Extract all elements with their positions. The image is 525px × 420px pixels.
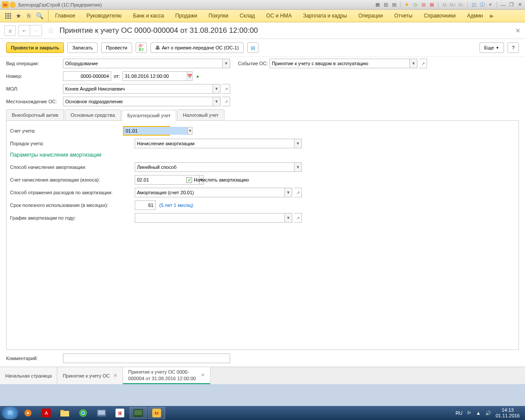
mol-field[interactable]: ▼ ↗: [63, 84, 230, 94]
calc-icon[interactable]: ▦: [420, 1, 427, 8]
attachment-button[interactable]: ▤: [247, 42, 259, 53]
menu-scroll-right-icon[interactable]: ▶: [489, 13, 495, 19]
page-close-icon[interactable]: ✕: [515, 27, 521, 34]
op-type-input[interactable]: [63, 59, 222, 68]
post-button[interactable]: Провести: [101, 42, 132, 53]
refl-open-icon[interactable]: ↗: [294, 188, 302, 197]
loc-open-icon[interactable]: ↗: [222, 97, 230, 106]
event-field[interactable]: ▼ ↗: [270, 59, 427, 68]
sched-dd-icon[interactable]: ▼: [284, 213, 292, 223]
account-input[interactable]: [124, 127, 188, 135]
tray-lang[interactable]: RU: [455, 410, 462, 416]
depr-checkbox[interactable]: ✓ Начислять амортизацию: [186, 177, 249, 183]
depr-acc-field[interactable]: ▼: [135, 175, 182, 185]
window-layout-icon[interactable]: ◫: [470, 1, 477, 8]
back-button[interactable]: ←: [19, 25, 30, 36]
taskbar-explorer[interactable]: [56, 407, 74, 419]
useful-input[interactable]: [135, 200, 156, 210]
btab-start[interactable]: Начальная страница: [0, 367, 57, 384]
tray-chevron-icon[interactable]: ▲: [476, 410, 481, 416]
clipboard-icon[interactable]: ⎘: [24, 10, 34, 21]
taskbar-media[interactable]: [19, 407, 37, 419]
mem-m[interactable]: M: [441, 1, 448, 8]
mem-mminus[interactable]: M-: [458, 1, 465, 8]
submit-close-button[interactable]: Провести и закрыть: [6, 42, 64, 53]
more-button[interactable]: Еще▼: [480, 42, 504, 53]
apps-icon[interactable]: [3, 10, 13, 21]
order-input[interactable]: [135, 139, 294, 148]
tab-accounting[interactable]: Бухгалтерский учет: [122, 110, 176, 121]
event-dd-icon[interactable]: ▼: [410, 59, 417, 68]
menu-salary[interactable]: Зарплата и кадры: [298, 10, 353, 22]
loc-input[interactable]: [63, 97, 213, 106]
menu-catalogs[interactable]: Справочники: [418, 10, 462, 22]
account-field[interactable]: ▼: [123, 126, 170, 136]
menu-supervisor[interactable]: Руководителю: [81, 10, 127, 22]
comment-input[interactable]: [63, 354, 230, 363]
btab-close-icon[interactable]: ✕: [113, 373, 117, 378]
minimize-icon[interactable]: —: [500, 1, 507, 8]
menu-warehouse[interactable]: Склад: [234, 10, 261, 22]
refl-field[interactable]: ▼ ↗: [135, 188, 302, 197]
mol-dd-icon[interactable]: ▼: [213, 84, 220, 94]
tray-clock[interactable]: 14:13 01.11.2016: [496, 407, 520, 419]
panel1-icon[interactable]: ▦: [374, 1, 381, 8]
dt-kt-button[interactable]: ДтКт: [136, 42, 147, 53]
calendar-icon[interactable]: 📅: [187, 71, 192, 81]
menu-main[interactable]: Главное: [49, 10, 81, 22]
mol-open-icon[interactable]: ↗: [222, 84, 230, 94]
btab-close-icon[interactable]: ✕: [201, 372, 205, 378]
tab-os[interactable]: Основные средства: [65, 109, 121, 120]
sched-field[interactable]: ▼ ↗: [135, 213, 302, 223]
date-input[interactable]: [122, 71, 187, 81]
taskbar-chrome[interactable]: [74, 407, 92, 419]
taskbar-adobe[interactable]: A: [38, 407, 55, 419]
refl-dd-icon[interactable]: ▼: [284, 188, 292, 197]
op-type-field[interactable]: ▼: [63, 59, 230, 68]
mem-mplus[interactable]: M+: [449, 1, 456, 8]
favorite-toggle-icon[interactable]: ☆: [47, 26, 54, 35]
order-field[interactable]: ▼: [135, 139, 302, 148]
act-button[interactable]: 🖶Акт о приеме-передаче ОС (ОС-1): [150, 42, 244, 53]
method-field[interactable]: ▼: [135, 162, 302, 172]
save-button[interactable]: Записать: [67, 42, 98, 53]
taskbar-app1[interactable]: [93, 407, 110, 419]
calendar-icon[interactable]: ▦: [428, 1, 435, 8]
btab-doc1[interactable]: Принятие к учету ОС✕: [57, 367, 123, 384]
menu-os[interactable]: ОС и НМА: [261, 10, 298, 22]
dropdown-icon[interactable]: ▾: [487, 1, 494, 8]
search-icon[interactable]: 🔍: [34, 10, 45, 21]
home-button[interactable]: ⌂: [4, 25, 16, 36]
loc-field[interactable]: ▼ ↗: [63, 97, 230, 106]
menu-purchases[interactable]: Покупки: [203, 10, 234, 22]
menu-admin[interactable]: Админ: [461, 10, 489, 22]
menu-operations[interactable]: Операции: [353, 10, 388, 22]
order-dd-icon[interactable]: ▼: [294, 139, 302, 148]
taskbar-1c[interactable]: 1c: [148, 407, 165, 419]
maximize-icon[interactable]: ❐: [508, 1, 515, 8]
menu-sales[interactable]: Продажи: [170, 10, 203, 22]
op-type-dd-icon[interactable]: ▼: [222, 59, 230, 68]
history-icon[interactable]: ◷: [412, 1, 419, 8]
date-field[interactable]: 📅: [122, 71, 192, 81]
tab-asset[interactable]: Внеоборотный актив: [6, 109, 64, 120]
tray-flag-icon[interactable]: 🏳: [467, 410, 472, 416]
mol-input[interactable]: [63, 84, 213, 94]
loc-dd-icon[interactable]: ▼: [213, 97, 220, 106]
help-button[interactable]: ?: [508, 42, 519, 53]
app-dropdown-icon[interactable]: [10, 2, 16, 8]
num-input[interactable]: [63, 71, 111, 81]
start-button[interactable]: [2, 407, 18, 419]
info-icon[interactable]: ⓘ: [479, 1, 486, 8]
sched-open-icon[interactable]: ↗: [294, 213, 302, 223]
star-icon[interactable]: ★: [13, 10, 24, 21]
sched-input[interactable]: [135, 213, 284, 223]
method-input[interactable]: [135, 162, 294, 172]
panel2-icon[interactable]: ▥: [382, 1, 389, 8]
taskbar-yandex[interactable]: Я: [111, 407, 129, 419]
taskbar-app2[interactable]: [130, 407, 147, 419]
tray-volume-icon[interactable]: 🔊: [485, 410, 491, 416]
favorite-icon[interactable]: ★: [403, 1, 410, 8]
close-icon[interactable]: ✕: [516, 1, 523, 8]
tab-tax[interactable]: Налоговый учет: [177, 109, 224, 120]
